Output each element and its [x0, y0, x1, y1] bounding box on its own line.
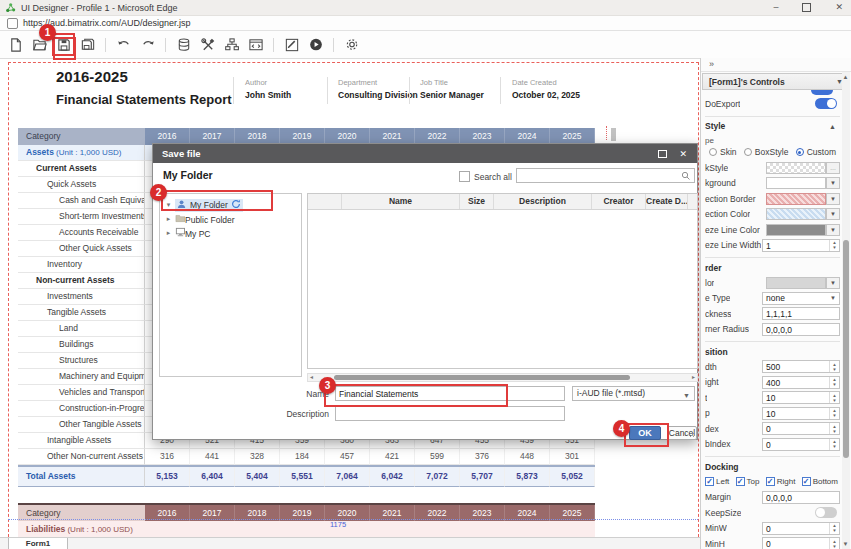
- color-swatch[interactable]: [766, 208, 826, 220]
- hierarchy-icon[interactable]: [223, 36, 240, 53]
- file-list[interactable]: NameSizeDescriptionCreatorCreate D...: [307, 193, 698, 369]
- ellipsis-button[interactable]: …: [826, 162, 840, 174]
- hscroll-thumb[interactable]: [334, 375, 630, 380]
- spinner-input[interactable]: 0▲▼: [762, 537, 840, 549]
- color-swatch[interactable]: [766, 193, 826, 205]
- radio-option-boxstyle[interactable]: BoxStyle: [744, 147, 789, 157]
- select-input[interactable]: none▼: [762, 292, 840, 305]
- table-vertical-scrollbar[interactable]: [611, 128, 616, 141]
- spinner-arrows[interactable]: ▲▼: [829, 240, 839, 251]
- color-swatch[interactable]: [766, 177, 826, 189]
- code-icon[interactable]: [247, 36, 264, 53]
- toggle-switch[interactable]: [815, 507, 837, 518]
- undo-icon[interactable]: [115, 36, 132, 53]
- form-tab[interactable]: Form1: [8, 538, 68, 549]
- chevron-right-icon[interactable]: ▸: [165, 229, 172, 237]
- scroll-up-icon[interactable]: ▲: [842, 74, 849, 80]
- chevron-right-icon[interactable]: ▸: [165, 215, 172, 223]
- spinner-input[interactable]: 0▲▼: [762, 422, 840, 435]
- dialog-close-icon[interactable]: ✕: [679, 149, 687, 159]
- list-column-header[interactable]: Name: [342, 194, 460, 209]
- scroll-left-icon[interactable]: ◂: [310, 374, 313, 381]
- spinner-arrows[interactable]: ▲▼: [829, 423, 839, 434]
- list-column-header[interactable]: Description: [494, 194, 592, 209]
- spinner-arrows[interactable]: ▲▼: [829, 392, 839, 403]
- dock-checkbox-top[interactable]: ✓Top: [736, 477, 760, 486]
- save-as-icon[interactable]: [79, 36, 96, 53]
- checkbox-checked-icon[interactable]: ✓: [736, 477, 745, 486]
- address-bar[interactable]: https://aud.bimatrix.com/AUD/designer.js…: [0, 16, 851, 31]
- spinner-input[interactable]: 10▲▼: [762, 391, 840, 404]
- spinner-arrows[interactable]: ▲▼: [829, 439, 839, 450]
- file-type-dropdown[interactable]: i-AUD file (*.mtsd)▼: [572, 386, 695, 401]
- settings-icon[interactable]: [343, 36, 360, 53]
- new-file-icon[interactable]: [7, 36, 24, 53]
- panel-scroll-thumb[interactable]: [843, 240, 849, 458]
- text-input[interactable]: 0,0,0,0: [762, 491, 840, 504]
- dialog-titlebar[interactable]: Save file ✕: [153, 144, 697, 163]
- radio-icon[interactable]: [796, 148, 804, 156]
- dialog-maximize-icon[interactable]: [658, 150, 667, 158]
- redo-icon[interactable]: [139, 36, 156, 53]
- spinner-arrows[interactable]: ▲▼: [829, 377, 839, 388]
- chevron-down-icon[interactable]: ▼: [826, 224, 840, 236]
- edit-icon[interactable]: [283, 36, 300, 53]
- radio-option-skin[interactable]: Skin: [709, 147, 737, 157]
- spinner-arrows[interactable]: ▲▼: [829, 523, 839, 534]
- color-swatch[interactable]: [766, 277, 826, 289]
- dock-checkbox-left[interactable]: ✓Left: [705, 477, 729, 486]
- window-title: UI Designer - Profile 1 - Microsoft Edge: [21, 3, 178, 13]
- spinner-arrows[interactable]: ▲▼: [829, 361, 839, 372]
- list-column-header[interactable]: [308, 194, 342, 209]
- description-input[interactable]: [335, 406, 565, 421]
- scroll-down-icon[interactable]: ▼: [842, 541, 849, 547]
- scroll-right-icon[interactable]: ▸: [692, 374, 695, 381]
- text-input[interactable]: 1,1,1,1: [762, 307, 840, 320]
- radio-icon[interactable]: [744, 148, 752, 156]
- spinner-input[interactable]: 400▲▼: [762, 376, 840, 389]
- tools-icon[interactable]: [199, 36, 216, 53]
- chevron-down-icon[interactable]: ▼: [826, 208, 840, 220]
- dock-checkbox-right[interactable]: ✓Right: [766, 477, 796, 486]
- chevron-up-icon[interactable]: ▲: [829, 123, 836, 130]
- report-title: Financial Statements Report: [56, 92, 232, 107]
- close-icon[interactable]: ✕: [835, 3, 843, 12]
- spinner-input[interactable]: 500▲▼: [762, 360, 840, 373]
- tree-item-my-pc[interactable]: ▸My PC: [160, 226, 301, 240]
- checkbox-checked-icon[interactable]: ✓: [766, 477, 775, 486]
- color-swatch[interactable]: [766, 162, 826, 174]
- tree-item-public-folder[interactable]: ▸Public Folder: [160, 212, 301, 226]
- dock-checkbox-bottom[interactable]: ✓Bottom: [802, 477, 838, 486]
- run-icon[interactable]: [307, 36, 324, 53]
- spinner-input[interactable]: 0▲▼: [762, 522, 840, 535]
- file-list-hscrollbar[interactable]: ◂ ▸: [307, 373, 698, 382]
- checkbox-checked-icon[interactable]: ✓: [802, 477, 811, 486]
- data-icon[interactable]: [175, 36, 192, 53]
- panel-scrollbar[interactable]: ▲ ▼: [842, 72, 850, 549]
- list-column-header[interactable]: Create D...: [646, 194, 688, 209]
- spinner-input[interactable]: 1▲▼: [762, 239, 840, 252]
- radio-option-custom[interactable]: Custom: [796, 147, 836, 157]
- minimize-icon[interactable]: –: [773, 3, 778, 12]
- radio-icon[interactable]: [709, 148, 717, 156]
- spinner-input[interactable]: 10▲▼: [762, 407, 840, 420]
- list-column-header[interactable]: Creator: [592, 194, 646, 209]
- toggle-switch[interactable]: [815, 98, 837, 109]
- maximize-icon[interactable]: [802, 3, 811, 12]
- spinner-input[interactable]: 0▲▼: [762, 438, 840, 451]
- dialog-resize-handle[interactable]: [689, 431, 695, 437]
- search-all-option[interactable]: Search all: [459, 171, 512, 182]
- color-swatch[interactable]: [766, 224, 826, 236]
- chevron-down-icon[interactable]: ▼: [826, 277, 840, 289]
- panel-collapse-icon[interactable]: »: [701, 58, 851, 72]
- search-input[interactable]: [516, 168, 695, 183]
- text-input[interactable]: 0,0,0,0: [762, 323, 840, 336]
- checkbox-checked-icon[interactable]: ✓: [705, 477, 714, 486]
- chevron-down-icon[interactable]: ▼: [826, 177, 840, 189]
- spinner-arrows[interactable]: ▲▼: [829, 538, 839, 549]
- list-column-header[interactable]: Size: [460, 194, 494, 209]
- chevron-down-icon[interactable]: ▼: [826, 193, 840, 205]
- spinner-arrows[interactable]: ▲▼: [829, 408, 839, 419]
- controls-dropdown[interactable]: [Form1]'s Controls▼: [702, 73, 850, 90]
- search-all-checkbox[interactable]: [459, 171, 470, 182]
